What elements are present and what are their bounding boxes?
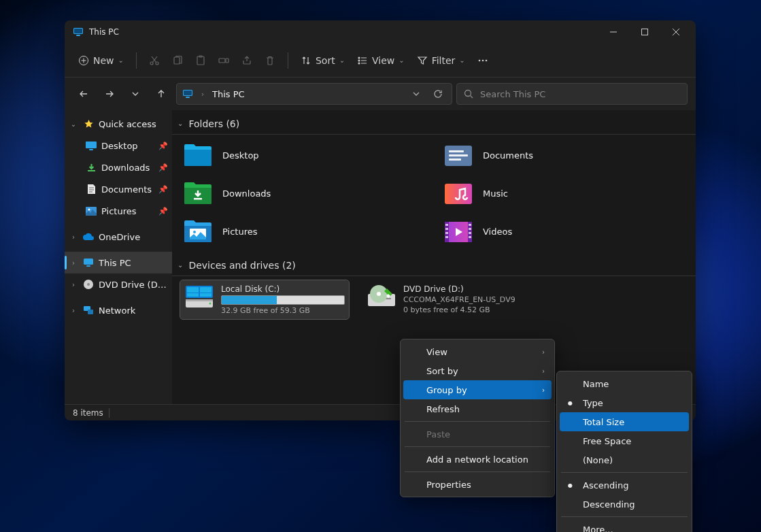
sidebar-documents[interactable]: Documents📌 [65, 178, 172, 200]
ctx-properties[interactable]: Properties [403, 475, 552, 494]
toolbar: New ⌄ Sort⌄ View⌄ Filter⌄ [65, 44, 696, 78]
chevron-down-icon: ⌄ [118, 56, 124, 64]
trash-icon [265, 55, 275, 66]
sidebar-network[interactable]: ›Network [65, 299, 172, 321]
ctx-group-by[interactable]: Group by› [403, 380, 552, 399]
sidebar-dvd-drive[interactable]: ›DVD Drive (D:) CCCOMA_X64FRE_EN-US_DV9 [65, 273, 172, 295]
close-button[interactable] [660, 20, 692, 44]
folder-videos[interactable]: Videos [441, 216, 688, 246]
refresh-button[interactable] [430, 86, 446, 102]
svg-line-12 [152, 56, 157, 63]
svg-rect-60 [469, 228, 471, 230]
pictures-folder-icon [183, 219, 213, 244]
breadcrumb[interactable]: This PC [212, 89, 245, 99]
pin-icon: 📌 [158, 163, 168, 172]
ctx-group-more[interactable]: More... [560, 520, 689, 532]
drive-d[interactable]: DVD Drive (D:) CCCOMA_X64FRE_EN-US_DV9 0… [362, 280, 531, 319]
ctx-group-type[interactable]: ●Type [560, 393, 689, 412]
svg-rect-18 [226, 59, 229, 63]
filter-button[interactable]: Filter⌄ [411, 48, 471, 73]
ctx-group-asc[interactable]: ●Ascending [560, 476, 689, 495]
history-dropdown[interactable] [408, 86, 424, 102]
ctx-group-name[interactable]: Name [560, 374, 689, 393]
rename-button[interactable] [213, 48, 235, 73]
folder-music[interactable]: Music [441, 178, 688, 208]
copy-button[interactable] [167, 48, 188, 73]
chevron-down-icon: ⌄ [399, 56, 404, 64]
group-drives[interactable]: ⌄Devices and drives (2) [172, 254, 696, 276]
svg-rect-64 [187, 287, 199, 297]
context-submenu: Name ●Type Total Size Free Space (None) … [556, 371, 692, 532]
disk-icon [184, 284, 214, 309]
svg-rect-17 [219, 59, 225, 63]
svg-rect-58 [445, 236, 448, 238]
copy-icon [172, 55, 183, 66]
chevron-right-icon[interactable]: › [69, 281, 78, 288]
svg-point-41 [87, 283, 90, 286]
sidebar-onedrive[interactable]: ›OneDrive [65, 226, 172, 248]
view-button[interactable]: View⌄ [352, 48, 410, 73]
ctx-sort-by[interactable]: Sort by› [403, 361, 552, 380]
maximize-button[interactable] [629, 20, 660, 44]
ctx-refresh[interactable]: Refresh [403, 399, 552, 418]
svg-rect-4 [642, 29, 648, 35]
svg-point-74 [377, 292, 381, 296]
group-folders[interactable]: ⌄Folders (6) [172, 113, 696, 135]
svg-point-37 [88, 208, 90, 210]
ctx-group-free-space[interactable]: Free Space [560, 431, 689, 450]
svg-rect-69 [186, 299, 213, 301]
folder-desktop[interactable]: Desktop [180, 140, 427, 170]
more-button[interactable] [472, 48, 494, 73]
desktop-folder-icon [183, 143, 213, 167]
minimize-button[interactable] [598, 20, 629, 44]
back-button[interactable] [73, 83, 95, 105]
radio-bullet-icon: ● [568, 482, 573, 488]
address-box[interactable]: › This PC [176, 83, 452, 105]
svg-line-13 [152, 56, 156, 63]
chevron-right-icon[interactable]: › [69, 233, 78, 241]
up-button[interactable] [150, 83, 172, 105]
recent-button[interactable] [124, 83, 146, 105]
folder-pictures[interactable]: Pictures [180, 216, 427, 246]
sidebar-downloads[interactable]: Downloads📌 [65, 156, 172, 178]
ctx-view[interactable]: View› [403, 342, 552, 361]
svg-rect-1 [74, 29, 82, 33]
svg-line-32 [471, 96, 473, 99]
folder-downloads[interactable]: Downloads [180, 178, 427, 208]
monitor-icon [82, 256, 95, 269]
chevron-right-icon[interactable]: › [69, 307, 78, 314]
delete-button[interactable] [259, 48, 281, 73]
chevron-down-icon: ⌄ [459, 56, 464, 64]
title-bar[interactable]: This PC [65, 20, 696, 44]
cut-icon [149, 55, 160, 66]
chevron-down-icon[interactable]: ⌄ [69, 120, 78, 128]
music-folder-icon [443, 181, 473, 205]
ctx-group-desc[interactable]: Descending [560, 495, 689, 514]
svg-rect-65 [200, 287, 212, 297]
folder-documents[interactable]: Documents [441, 140, 688, 170]
svg-rect-45 [449, 150, 464, 152]
ctx-add-network[interactable]: Add a network location [403, 450, 552, 469]
share-button[interactable] [236, 48, 258, 73]
chevron-right-icon[interactable]: › [69, 259, 78, 267]
svg-rect-43 [88, 310, 93, 314]
paste-icon [195, 55, 206, 66]
paste-button[interactable] [190, 48, 212, 73]
svg-rect-46 [449, 154, 468, 156]
sort-button[interactable]: Sort⌄ [295, 48, 350, 73]
ctx-group-total-size[interactable]: Total Size [560, 412, 689, 431]
cut-button[interactable] [143, 48, 165, 73]
svg-point-10 [150, 62, 153, 65]
pin-icon: 📌 [158, 185, 168, 194]
forward-button[interactable] [99, 83, 120, 105]
search-input[interactable]: Search This PC [456, 83, 688, 105]
sidebar-quick-access[interactable]: ⌄Quick access [65, 113, 172, 135]
sidebar-pictures[interactable]: Pictures📌 [65, 200, 172, 222]
sidebar-this-pc[interactable]: ›This PC [65, 252, 172, 273]
drive-c[interactable]: Local Disk (C:) 32.9 GB free of 59.3 GB [180, 280, 349, 319]
chevron-right-icon: › [542, 348, 545, 356]
new-button[interactable]: New ⌄ [73, 48, 129, 73]
svg-rect-49 [445, 184, 472, 204]
ctx-group-none[interactable]: (None) [560, 450, 689, 469]
sidebar-desktop[interactable]: Desktop📌 [65, 135, 172, 156]
